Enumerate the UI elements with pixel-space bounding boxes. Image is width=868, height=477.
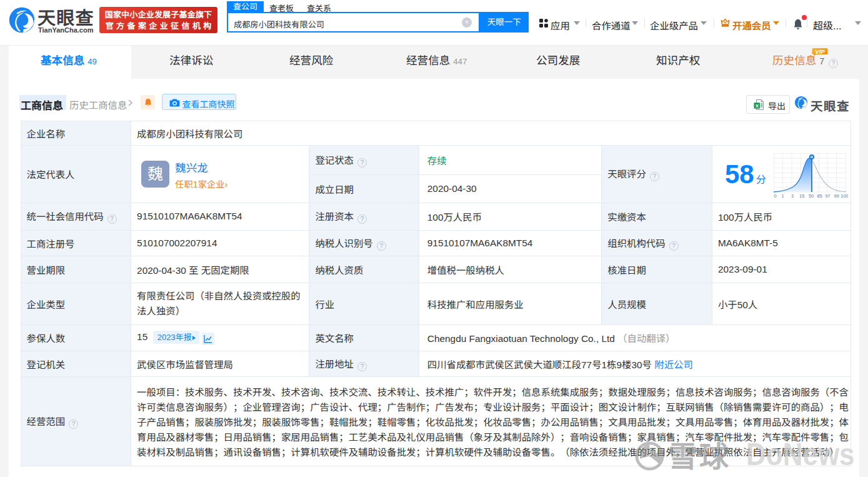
svg-text:0: 0 bbox=[774, 193, 776, 199]
svg-text:50: 50 bbox=[809, 193, 814, 199]
svg-text:VIP: VIP bbox=[815, 48, 825, 55]
svg-text:100: 100 bbox=[841, 193, 848, 199]
svg-text:1: 1 bbox=[781, 193, 784, 199]
svg-text:99: 99 bbox=[834, 193, 839, 199]
svg-text:3: 3 bbox=[791, 193, 794, 199]
svg-text:X: X bbox=[756, 103, 759, 108]
svg-text:85: 85 bbox=[817, 193, 822, 199]
svg-text:97: 97 bbox=[825, 193, 830, 199]
svg-text:15: 15 bbox=[799, 193, 804, 199]
